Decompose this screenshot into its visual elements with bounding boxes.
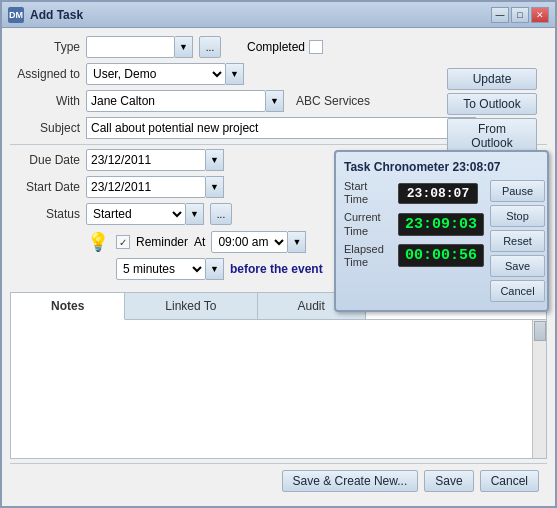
chrono-cancel-button[interactable]: Cancel — [490, 280, 545, 302]
to-outlook-button[interactable]: To Outlook — [447, 93, 537, 115]
tab-notes[interactable]: Notes — [11, 293, 125, 320]
with-dropdown: ▼ — [86, 90, 284, 112]
cancel-button[interactable]: Cancel — [480, 470, 539, 492]
chrono-times: Start Time 23:08:07 Current Time 23:09:0… — [344, 180, 484, 302]
chrono-buttons: Pause Stop Reset Save Cancel — [490, 180, 545, 302]
interval-select[interactable]: 5 minutes — [116, 258, 206, 280]
chrono-title: Task Chronometer 23:08:07 — [344, 160, 539, 174]
start-date-arrow[interactable]: ▼ — [206, 176, 224, 198]
start-date-dropdown: ▼ — [86, 176, 224, 198]
reset-button[interactable]: Reset — [490, 230, 545, 252]
elapsed-time-display: 00:00:56 — [398, 244, 484, 267]
minimize-button[interactable]: — — [491, 7, 509, 23]
due-date-arrow[interactable]: ▼ — [206, 149, 224, 171]
app-icon: DM — [8, 7, 24, 23]
window-title: Add Task — [30, 8, 491, 22]
main-window: DM Add Task — □ ✕ Update To Outlook From… — [0, 0, 557, 508]
elapsed-time-row: Elapsed Time 00:00:56 — [344, 243, 484, 269]
reminder-at-label: At — [194, 235, 205, 249]
scrollbar-thumb[interactable] — [534, 321, 546, 341]
notes-content — [11, 320, 546, 458]
close-button[interactable]: ✕ — [531, 7, 549, 23]
from-outlook-button[interactable]: From Outlook — [447, 118, 537, 154]
type-row: Type Phone Call ▼ ... Completed — [10, 36, 547, 58]
with-arrow[interactable]: ▼ — [266, 90, 284, 112]
start-date-label: Start Date — [10, 180, 80, 194]
reminder-time-arrow[interactable]: ▼ — [288, 231, 306, 253]
company-name: ABC Services — [296, 94, 370, 108]
type-select[interactable]: Phone Call — [86, 36, 175, 58]
assigned-label: Assigned to — [10, 67, 80, 81]
update-button[interactable]: Update — [447, 68, 537, 90]
completed-row: Completed — [247, 40, 323, 54]
before-event-label: before the event — [230, 262, 323, 276]
content-area: Update To Outlook From Outlook Type Phon… — [2, 28, 555, 506]
type-ellipsis-button[interactable]: ... — [199, 36, 221, 58]
subject-label: Subject — [10, 121, 80, 135]
start-time-display: 23:08:07 — [398, 183, 478, 204]
assigned-select[interactable]: User, Demo — [86, 63, 226, 85]
lightbulb-icon: 💡 — [86, 230, 110, 254]
tabs-area: Notes Linked To Audit — [10, 292, 547, 459]
stop-button[interactable]: Stop — [490, 205, 545, 227]
assigned-dropdown: User, Demo ▼ — [86, 63, 244, 85]
reminder-checkbox[interactable]: ✓ — [116, 235, 130, 249]
start-time-row: Start Time 23:08:07 — [344, 180, 484, 206]
current-time-display: 23:09:03 — [398, 213, 484, 236]
subject-input[interactable] — [86, 117, 476, 139]
elapsed-time-label: Elapsed Time — [344, 243, 394, 269]
due-date-dropdown: ▼ — [86, 149, 224, 171]
status-arrow[interactable]: ▼ — [186, 203, 204, 225]
type-dropdown-container: Phone Call ▼ — [86, 36, 193, 58]
current-time-row: Current Time 23:09:03 — [344, 211, 484, 237]
maximize-button[interactable]: □ — [511, 7, 529, 23]
type-label: Type — [10, 40, 80, 54]
type-dropdown-arrow[interactable]: ▼ — [175, 36, 193, 58]
chrono-content: Start Time 23:08:07 Current Time 23:09:0… — [344, 180, 539, 302]
status-label: Status — [10, 207, 80, 221]
due-date-label: Due Date — [10, 153, 80, 167]
reminder-time-dropdown: 09:00 am ▼ — [211, 231, 306, 253]
save-create-button[interactable]: Save & Create New... — [282, 470, 419, 492]
bottom-bar: Save & Create New... Save Cancel — [10, 463, 547, 498]
save-button[interactable]: Save — [424, 470, 473, 492]
completed-label: Completed — [247, 40, 305, 54]
title-bar: DM Add Task — □ ✕ — [2, 2, 555, 28]
with-input[interactable] — [86, 90, 266, 112]
current-time-label: Current Time — [344, 211, 394, 237]
status-dropdown: Started ▼ — [86, 203, 204, 225]
status-ellipsis-button[interactable]: ... — [210, 203, 232, 225]
status-select[interactable]: Started — [86, 203, 186, 225]
tab-linked-to[interactable]: Linked To — [125, 293, 257, 319]
due-date-input[interactable] — [86, 149, 206, 171]
assigned-arrow[interactable]: ▼ — [226, 63, 244, 85]
start-date-input[interactable] — [86, 176, 206, 198]
reminder-time-select[interactable]: 09:00 am — [211, 231, 288, 253]
start-time-label: Start Time — [344, 180, 394, 206]
completed-checkbox[interactable] — [309, 40, 323, 54]
chrono-save-button[interactable]: Save — [490, 255, 545, 277]
chronometer-panel: Task Chronometer 23:08:07 Start Time 23:… — [334, 150, 549, 312]
interval-dropdown: 5 minutes ▼ — [116, 258, 224, 280]
reminder-label: Reminder — [136, 235, 188, 249]
with-label: With — [10, 94, 80, 108]
interval-arrow[interactable]: ▼ — [206, 258, 224, 280]
window-controls: — □ ✕ — [491, 7, 549, 23]
pause-button[interactable]: Pause — [490, 180, 545, 202]
outlook-buttons: Update To Outlook From Outlook — [447, 68, 537, 154]
scrollbar-track[interactable] — [532, 320, 546, 458]
